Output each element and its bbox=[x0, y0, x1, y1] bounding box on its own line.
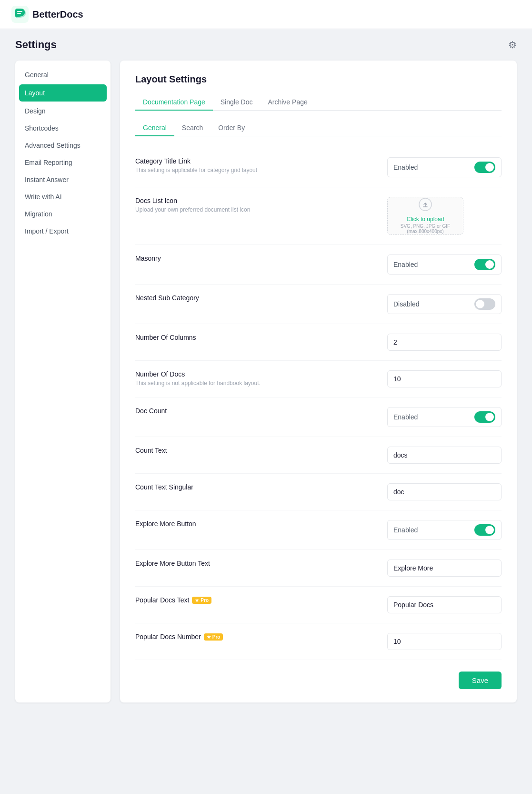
setting-label-docs-list-icon: Docs List Icon Upload your own preferred… bbox=[135, 197, 378, 213]
setting-control-popular-docs-number bbox=[387, 633, 502, 650]
setting-desc-category-title-link: This setting is applicable for category … bbox=[135, 167, 378, 173]
setting-label-explore-more-button: Explore More Button bbox=[135, 520, 378, 529]
toggle-container-nested-sub-category: Disabled bbox=[387, 294, 502, 314]
toggle-label-nested-sub-category: Disabled bbox=[393, 300, 470, 308]
setting-title-popular-docs-number: Popular Docs Number ★ Pro bbox=[135, 633, 378, 641]
upload-link[interactable]: Click to upload bbox=[407, 216, 444, 223]
setting-popular-docs-text: Popular Docs Text ★ Pro bbox=[135, 587, 502, 623]
setting-title-number-of-docs: Number Of Docs bbox=[135, 370, 378, 378]
sidebar-item-import-export[interactable]: Import / Export bbox=[15, 223, 110, 240]
upload-icon bbox=[419, 198, 432, 214]
setting-control-masonry: Enabled bbox=[387, 254, 502, 275]
toggle-label-category-title-link: Enabled bbox=[393, 163, 470, 171]
app-header: BetterDocs bbox=[0, 0, 532, 29]
setting-title-popular-docs-text: Popular Docs Text ★ Pro bbox=[135, 596, 378, 604]
setting-control-nested-sub-category: Disabled bbox=[387, 294, 502, 314]
sidebar-item-write-with-ai[interactable]: Write with AI bbox=[15, 188, 110, 205]
setting-control-docs-list-icon: Click to upload SVG, PNG, JPG or GIF (ma… bbox=[387, 197, 502, 235]
setting-count-text: Count Text bbox=[135, 437, 502, 474]
pro-badge-popular-docs-number: ★ Pro bbox=[204, 633, 223, 641]
setting-explore-more-button: Explore More Button Enabled bbox=[135, 510, 502, 550]
setting-number-of-docs: Number Of Docs This setting is not appli… bbox=[135, 361, 502, 397]
tab-documentation-page[interactable]: Documentation Page bbox=[135, 94, 213, 111]
toggle-container-category-title-link: Enabled bbox=[387, 157, 502, 177]
toggle-category-title-link[interactable] bbox=[474, 162, 495, 173]
tab-general[interactable]: General bbox=[135, 120, 174, 136]
main-content: General Layout Design Shortcodes Advance… bbox=[0, 61, 532, 718]
setting-title-masonry: Masonry bbox=[135, 254, 378, 262]
setting-number-of-columns: Number Of Columns bbox=[135, 324, 502, 361]
setting-label-nested-sub-category: Nested Sub Category bbox=[135, 294, 378, 304]
setting-control-doc-count: Enabled bbox=[387, 407, 502, 427]
setting-label-number-of-docs: Number Of Docs This setting is not appli… bbox=[135, 370, 378, 387]
secondary-tabs: General Search Order By bbox=[135, 120, 502, 136]
sidebar-item-design[interactable]: Design bbox=[15, 102, 110, 120]
settings-gear-button[interactable]: ⚙ bbox=[508, 39, 517, 51]
setting-label-popular-docs-number: Popular Docs Number ★ Pro bbox=[135, 633, 378, 642]
sidebar-item-migration[interactable]: Migration bbox=[15, 205, 110, 223]
setting-popular-docs-number: Popular Docs Number ★ Pro bbox=[135, 623, 502, 660]
primary-tabs: Documentation Page Single Doc Archive Pa… bbox=[135, 94, 502, 111]
setting-control-count-text bbox=[387, 447, 502, 464]
setting-title-nested-sub-category: Nested Sub Category bbox=[135, 294, 378, 302]
logo-text: BetterDocs bbox=[32, 9, 83, 20]
input-explore-more-button-text[interactable] bbox=[387, 560, 502, 577]
setting-control-number-of-docs bbox=[387, 370, 502, 387]
input-number-of-docs[interactable] bbox=[387, 370, 502, 387]
toggle-container-masonry: Enabled bbox=[387, 254, 502, 275]
setting-label-explore-more-button-text: Explore More Button Text bbox=[135, 560, 378, 569]
save-button-row: Save bbox=[135, 660, 502, 689]
setting-label-masonry: Masonry bbox=[135, 254, 378, 264]
setting-label-doc-count: Doc Count bbox=[135, 407, 378, 417]
toggle-masonry[interactable] bbox=[474, 259, 495, 270]
page-title: Settings bbox=[15, 39, 57, 51]
sidebar-item-general[interactable]: General bbox=[15, 66, 110, 83]
tab-order-by[interactable]: Order By bbox=[211, 120, 252, 136]
tab-archive-page[interactable]: Archive Page bbox=[260, 94, 315, 111]
save-button[interactable]: Save bbox=[459, 672, 502, 689]
tab-single-doc[interactable]: Single Doc bbox=[213, 94, 261, 111]
setting-label-popular-docs-text: Popular Docs Text ★ Pro bbox=[135, 596, 378, 606]
sidebar-item-instant-answer[interactable]: Instant Answer bbox=[15, 171, 110, 188]
setting-control-explore-more-button: Enabled bbox=[387, 520, 502, 540]
setting-label-count-text: Count Text bbox=[135, 447, 378, 456]
setting-control-explore-more-button-text bbox=[387, 560, 502, 577]
toggle-explore-more-button[interactable] bbox=[474, 524, 495, 536]
input-count-text-singular[interactable] bbox=[387, 483, 502, 500]
sidebar-item-advanced-settings[interactable]: Advanced Settings bbox=[15, 137, 110, 154]
setting-title-count-text: Count Text bbox=[135, 447, 378, 454]
toggle-label-explore-more-button: Enabled bbox=[393, 526, 470, 534]
toggle-container-explore-more-button: Enabled bbox=[387, 520, 502, 540]
setting-title-category-title-link: Category Title Link bbox=[135, 157, 378, 165]
input-popular-docs-text[interactable] bbox=[387, 596, 502, 613]
setting-desc-number-of-docs: This setting is not applicable for handb… bbox=[135, 380, 378, 387]
setting-explore-more-button-text: Explore More Button Text bbox=[135, 550, 502, 587]
sidebar-item-layout[interactable]: Layout bbox=[19, 84, 107, 102]
content-area: Layout Settings Documentation Page Singl… bbox=[120, 61, 517, 702]
setting-title-docs-list-icon: Docs List Icon bbox=[135, 197, 378, 204]
toggle-container-doc-count: Enabled bbox=[387, 407, 502, 427]
setting-title-doc-count: Doc Count bbox=[135, 407, 378, 415]
setting-title-count-text-singular: Count Text Singular bbox=[135, 483, 378, 491]
setting-control-count-text-singular bbox=[387, 483, 502, 500]
sidebar-item-email-reporting[interactable]: Email Reporting bbox=[15, 154, 110, 171]
sidebar-item-shortcodes[interactable]: Shortcodes bbox=[15, 120, 110, 137]
setting-control-category-title-link: Enabled bbox=[387, 157, 502, 177]
setting-category-title-link: Category Title Link This setting is appl… bbox=[135, 148, 502, 187]
pro-badge-popular-docs-text: ★ Pro bbox=[192, 597, 211, 604]
logo: BetterDocs bbox=[11, 6, 83, 23]
toggle-label-doc-count: Enabled bbox=[393, 413, 470, 421]
upload-area-docs-list-icon[interactable]: Click to upload SVG, PNG, JPG or GIF (ma… bbox=[387, 197, 463, 235]
setting-control-popular-docs-text bbox=[387, 596, 502, 613]
setting-title-explore-more-button: Explore More Button bbox=[135, 520, 378, 528]
input-number-of-columns[interactable] bbox=[387, 334, 502, 351]
setting-desc-docs-list-icon: Upload your own preferred document list … bbox=[135, 206, 378, 213]
toggle-doc-count[interactable] bbox=[474, 411, 495, 423]
tab-search[interactable]: Search bbox=[174, 120, 211, 136]
content-title: Layout Settings bbox=[135, 74, 502, 85]
input-count-text[interactable] bbox=[387, 447, 502, 464]
input-popular-docs-number[interactable] bbox=[387, 633, 502, 650]
setting-label-category-title-link: Category Title Link This setting is appl… bbox=[135, 157, 378, 173]
setting-docs-list-icon: Docs List Icon Upload your own preferred… bbox=[135, 187, 502, 245]
toggle-nested-sub-category[interactable] bbox=[474, 298, 495, 310]
